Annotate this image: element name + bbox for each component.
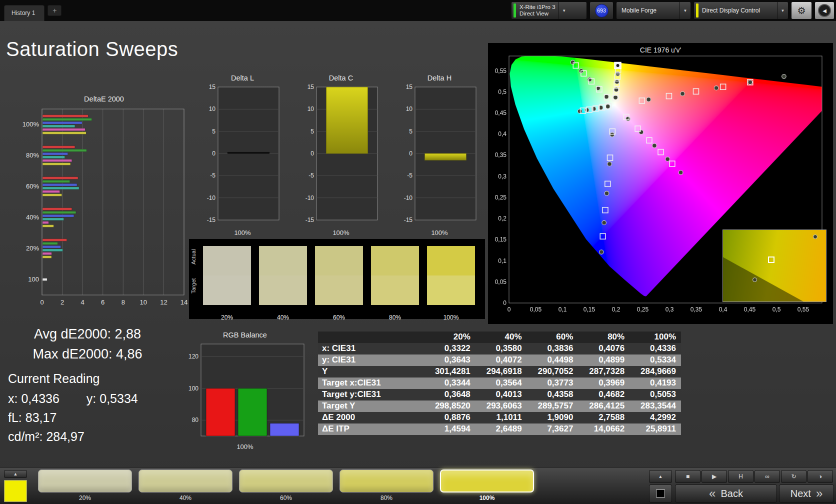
cie-1976-chart: CIE 1976 u'v' 000,050,050,10,10,150,150,…	[488, 43, 833, 324]
svg-text:10: 10	[140, 298, 147, 306]
svg-text:5: 5	[310, 128, 314, 135]
delta-l-plot: 151050-5-10-15	[200, 84, 285, 229]
sample-swatch-20%[interactable]: 20%	[38, 470, 132, 502]
table-row: ΔE ITP1,45942,64897,362714,066225,8911	[318, 424, 681, 435]
target-row-label: Target	[190, 286, 196, 294]
table-cell: 298,8520	[424, 400, 476, 412]
meter-line2: Direct View	[520, 10, 556, 17]
window-up-button[interactable]: ▲	[649, 470, 672, 483]
histogram-button[interactable]: H	[728, 470, 754, 483]
table-cell: 0,8876	[424, 412, 476, 424]
svg-text:2: 2	[60, 298, 64, 306]
svg-text:0,4: 0,4	[498, 130, 506, 138]
table-cell: 283,3544	[630, 400, 681, 412]
table-cell: 0,5053	[630, 389, 681, 400]
svg-text:-5: -5	[407, 172, 412, 179]
svg-text:6: 6	[101, 298, 104, 306]
table-cell: 0,3969	[578, 378, 630, 389]
swatch-column-40%: 40%	[259, 246, 307, 305]
svg-text:0: 0	[508, 306, 511, 313]
svg-text:0,55: 0,55	[798, 306, 810, 313]
svg-text:0,05: 0,05	[495, 278, 507, 286]
deltae2000-chart: DeltaE 2000 02468101214100%80%60%40%20%1…	[19, 95, 189, 314]
svg-text:120: 120	[188, 353, 198, 360]
loop-button[interactable]: ∞	[754, 470, 780, 483]
table-cell: 1,4594	[424, 424, 476, 435]
measurement-count-button[interactable]: 693	[590, 2, 614, 20]
svg-text:100: 100	[188, 385, 198, 392]
measurement-count-badge: 693	[595, 4, 608, 18]
table-cell: 0,3648	[424, 389, 476, 400]
chevron-down-icon[interactable]: ▼	[777, 2, 788, 19]
bottom-bar: ▲ 20%40%60%80%100% ▲ ■▶H∞↻◑ « Back Next …	[0, 467, 836, 504]
swatch-column-20%: 20%	[203, 246, 251, 305]
patch-window-button[interactable]	[649, 484, 672, 502]
table-row: Target x:CIE310,33440,35640,37730,39690,…	[318, 378, 681, 389]
swatch-level-label: 80%	[371, 314, 419, 321]
svg-text:0,5: 0,5	[772, 306, 781, 313]
top-bar: History 1 + X-Rite i1Pro 3 Direct View ▼…	[0, 0, 836, 21]
display-control-dropdown[interactable]: Direct Display Control ▼	[694, 2, 788, 20]
table-cell: 0,4899	[578, 354, 630, 366]
svg-text:0,1: 0,1	[498, 258, 506, 264]
svg-text:40%: 40%	[26, 214, 39, 221]
table-col-header: 80%	[578, 332, 630, 343]
current-reading: Current Reading x: 0,4336y: 0,5334 fL: 8…	[8, 369, 138, 446]
table-col-header: 100%	[630, 332, 681, 343]
table-row: ΔE 20000,88761,10111,90902,75884,2992	[318, 412, 681, 424]
table-cell: 290,7052	[527, 366, 578, 378]
svg-text:0,35: 0,35	[690, 306, 702, 313]
chevron-down-icon[interactable]: ▼	[558, 2, 570, 19]
svg-text:12: 12	[160, 298, 167, 306]
table-cell: 1,9090	[527, 412, 578, 424]
actual-target-swatch-strip: Actual Target 20%40%60%80%100%	[189, 239, 485, 319]
collapse-panel-button[interactable]: ◀	[814, 2, 834, 20]
swatch-label: 20%	[38, 494, 132, 502]
table-cell: 286,4125	[578, 400, 630, 412]
table-col-header: 40%	[476, 332, 527, 343]
table-cell: 284,9669	[630, 366, 681, 378]
sample-swatch-60%[interactable]: 60%	[239, 470, 333, 502]
meter-dropdown[interactable]: X-Rite i1Pro 3 Direct View ▼	[511, 2, 587, 20]
svg-text:100: 100	[28, 276, 39, 283]
pattern-source-dropdown[interactable]: Mobile Forge ▼	[616, 2, 691, 20]
svg-text:0,4: 0,4	[719, 306, 728, 313]
table-cell: 289,5757	[527, 400, 578, 412]
table-cell: 0,4336	[630, 343, 681, 354]
delta-c-plot: 151050-5-10-15	[298, 84, 384, 229]
meter-label: X-Rite i1Pro 3 Direct View	[520, 4, 556, 17]
table-header-row: 20%40%60%80%100%	[318, 332, 681, 343]
actual-swatch-60%	[315, 246, 363, 276]
swatch-column-60%: 60%	[315, 246, 363, 305]
table-cell: 0,4682	[578, 389, 630, 400]
target-swatch-100%	[427, 276, 475, 305]
svg-text:0,3: 0,3	[666, 306, 674, 313]
delta-l-chart-title: Delta L	[200, 74, 285, 84]
swatch-label: 80%	[340, 494, 434, 502]
delta-h-chart: Delta H 151050-5-10-15 100%	[397, 74, 482, 236]
next-button[interactable]: Next »	[779, 484, 834, 502]
contrast-button[interactable]: ◑	[808, 470, 833, 483]
inset-measurement-dot	[752, 278, 757, 282]
chevron-down-icon[interactable]: ▼	[680, 2, 690, 19]
target-swatch-20%	[203, 276, 251, 305]
current-x: x: 0,4336	[8, 389, 60, 408]
svg-text:-15: -15	[404, 216, 413, 224]
settings-button[interactable]: ⚙	[791, 2, 812, 20]
back-button[interactable]: « Back	[675, 484, 777, 502]
selected-patch-swatch[interactable]	[4, 480, 27, 502]
svg-text:0: 0	[40, 298, 44, 306]
sample-swatch-100%[interactable]: 100%	[440, 470, 534, 502]
table-cell: 0,4072	[476, 354, 527, 366]
sample-swatch-80%[interactable]: 80%	[340, 470, 434, 502]
stop-button[interactable]: ■	[675, 470, 700, 483]
tab-history-1[interactable]: History 1	[4, 5, 44, 21]
sample-swatch-40%[interactable]: 40%	[138, 470, 232, 502]
svg-text:20%: 20%	[26, 244, 39, 252]
patch-size-up-button[interactable]: ▲	[4, 470, 27, 478]
play-button[interactable]: ▶	[702, 470, 727, 483]
refresh-button[interactable]: ↻	[781, 470, 806, 483]
table-row-label: Target y:CIE31	[318, 389, 424, 400]
table-cell: 0,4498	[527, 354, 578, 366]
add-tab-button[interactable]: +	[48, 5, 62, 16]
